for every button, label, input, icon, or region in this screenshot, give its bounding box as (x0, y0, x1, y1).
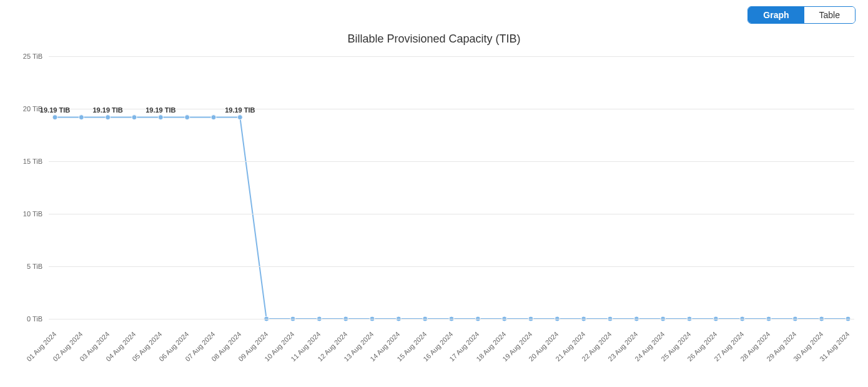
y-tick-label: 5 TiB (5, 263, 42, 270)
data-point[interactable] (79, 115, 84, 120)
y-tick-label: 10 TiB (5, 210, 42, 218)
data-point[interactable] (132, 115, 137, 120)
data-point[interactable] (211, 115, 216, 120)
graph-toggle-button[interactable]: Graph (748, 7, 804, 23)
y-tick-label: 25 TiB (5, 53, 42, 60)
gridline (49, 214, 854, 214)
data-point[interactable] (52, 115, 57, 120)
data-point[interactable] (158, 115, 163, 120)
chart-container: Graph Table Billable Provisioned Capacit… (0, 0, 868, 387)
y-tick-label: 0 TiB (5, 315, 42, 323)
data-label: 19.19 TIB (40, 106, 70, 114)
data-point[interactable] (106, 115, 111, 120)
data-label: 19.19 TIB (145, 106, 175, 114)
y-tick-label: 20 TiB (5, 105, 42, 113)
gridline (49, 319, 854, 319)
view-toggle: Graph Table (747, 6, 856, 24)
y-tick-label: 15 TiB (5, 158, 42, 165)
data-label: 19.19 TIB (225, 106, 255, 114)
line-path (55, 118, 848, 319)
line-series (49, 56, 854, 319)
chart-title: Billable Provisioned Capacity (TIB) (0, 33, 868, 46)
gridline (49, 266, 854, 267)
gridline (49, 56, 854, 57)
gridline (49, 161, 854, 162)
data-point[interactable] (237, 115, 242, 120)
table-toggle-button[interactable]: Table (804, 7, 855, 23)
data-label: 19.19 TIB (93, 106, 123, 114)
data-point[interactable] (185, 115, 190, 120)
chart-plot-area[interactable]: 0 TiB5 TiB10 TiB15 TiB20 TiB25 TiB01 Aug… (49, 56, 854, 319)
